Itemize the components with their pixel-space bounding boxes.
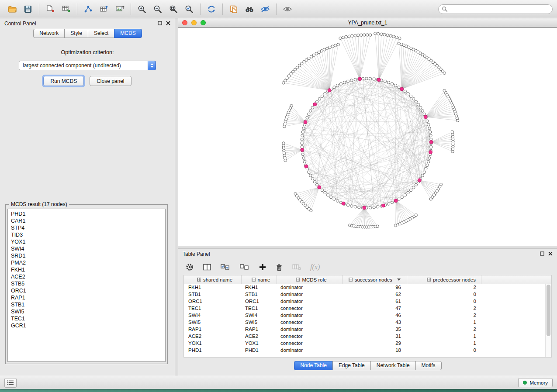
zoom-fit-button[interactable] — [166, 3, 181, 16]
leaf-node[interactable] — [308, 57, 310, 59]
network-canvas[interactable] — [178, 28, 557, 246]
ring-node[interactable] — [309, 174, 312, 177]
mcds-result-item[interactable]: ACE2 — [8, 273, 165, 280]
dominator-node[interactable] — [328, 89, 331, 92]
import-table-disabled-button[interactable] — [292, 261, 301, 273]
table-row[interactable]: RAP1RAP1dominator352 — [184, 326, 546, 333]
ring-node[interactable] — [373, 206, 375, 209]
criterion-dropdown[interactable]: largest connected component (undirected) — [19, 61, 156, 70]
ring-node[interactable] — [409, 95, 412, 97]
leaf-node[interactable] — [398, 42, 400, 45]
close-window-icon[interactable] — [182, 20, 187, 25]
ring-node[interactable] — [336, 199, 339, 202]
ring-node[interactable] — [311, 177, 314, 180]
sort-chevron-icon[interactable] — [397, 279, 401, 281]
network-titlebar[interactable]: YPA_prune.txt_1 — [178, 18, 557, 28]
zoom-out-button[interactable] — [150, 3, 166, 16]
function-builder-button[interactable]: f(x) — [310, 261, 320, 273]
ring-node[interactable] — [308, 171, 310, 173]
ring-node[interactable] — [417, 103, 420, 106]
leaf-node[interactable] — [315, 52, 318, 55]
ring-node[interactable] — [398, 86, 400, 89]
ring-node[interactable] — [354, 206, 356, 208]
leaf-node[interactable] — [380, 33, 383, 35]
mcds-result-item[interactable]: FKH1 — [8, 266, 165, 273]
table-row[interactable]: ACE2ACE2connector311 — [184, 333, 546, 340]
leaf-node[interactable] — [377, 32, 380, 35]
export-network-button[interactable] — [80, 3, 96, 16]
ring-node[interactable] — [407, 92, 409, 95]
close-panel-button[interactable]: Close panel — [90, 76, 131, 86]
mcds-result-item[interactable]: SWI5 — [8, 308, 165, 315]
ring-node[interactable] — [301, 134, 304, 137]
table-row[interactable]: STB1STB1dominator620 — [184, 291, 546, 298]
leaf-node[interactable] — [323, 48, 325, 51]
ring-node[interactable] — [329, 196, 332, 198]
dominator-node[interactable] — [301, 148, 304, 151]
leaf-node[interactable] — [354, 34, 356, 37]
open-file-button[interactable] — [4, 3, 20, 16]
tab-network[interactable]: Network — [33, 29, 65, 38]
leaf-node[interactable] — [386, 34, 389, 36]
dominator-node[interactable] — [363, 206, 366, 210]
tab-network-table[interactable]: Network Table — [370, 361, 416, 370]
mcds-result-item[interactable]: PHD1 — [8, 210, 165, 217]
ring-node[interactable] — [404, 194, 406, 196]
ring-node[interactable] — [391, 83, 393, 85]
leaf-node[interactable] — [312, 54, 315, 56]
ring-node[interactable] — [369, 77, 371, 80]
table-row[interactable]: TEC1TEC1connector472 — [184, 305, 546, 312]
column-header-mcds-role[interactable]: MCDS role — [277, 275, 343, 284]
ring-node[interactable] — [354, 78, 356, 81]
leaf-node[interactable] — [392, 35, 395, 38]
dominator-node[interactable] — [313, 103, 317, 106]
dominator-node[interactable] — [304, 165, 308, 168]
ring-node[interactable] — [339, 83, 342, 85]
mcds-result-item[interactable]: SWI4 — [8, 245, 165, 252]
mcds-result-item[interactable]: ORC1 — [8, 287, 165, 294]
ring-node[interactable] — [333, 86, 336, 89]
birds-eye-view-button[interactable] — [242, 3, 257, 16]
ring-node[interactable] — [361, 77, 364, 80]
leaf-node[interactable] — [383, 33, 386, 36]
leaf-node[interactable] — [339, 37, 342, 39]
ring-node[interactable] — [350, 205, 353, 207]
mcds-result-list[interactable]: PHD1CAR1STP4TID3YOX1SWI4SRD1PMA2FKH1ACE2… — [7, 209, 166, 362]
delete-column-button[interactable] — [275, 261, 283, 273]
ring-node[interactable] — [311, 106, 314, 109]
ring-node[interactable] — [346, 204, 349, 206]
leaf-node[interactable] — [331, 45, 334, 48]
ring-node[interactable] — [358, 206, 360, 209]
network-snapshot-button[interactable] — [226, 3, 242, 16]
ring-node[interactable] — [301, 145, 303, 148]
table-row[interactable]: SWI5SWI5connector431 — [184, 319, 546, 326]
ring-node[interactable] — [425, 167, 427, 170]
ring-node[interactable] — [303, 160, 306, 163]
leaf-node[interactable] — [389, 34, 392, 37]
select-all-button[interactable] — [220, 261, 231, 273]
dominator-node[interactable] — [377, 78, 381, 82]
ring-node[interactable] — [427, 160, 430, 163]
ring-node[interactable] — [315, 100, 318, 103]
table-row[interactable]: YOX1YOX1connector291 — [184, 340, 546, 347]
ring-node[interactable] — [430, 145, 432, 148]
ring-node[interactable] — [301, 142, 303, 144]
unselect-all-button[interactable] — [239, 261, 250, 273]
table-settings-button[interactable] — [185, 261, 194, 273]
tab-mcds[interactable]: MCDS — [114, 29, 142, 38]
memory-button[interactable]: Memory — [518, 378, 553, 387]
column-header-predecessor-nodes[interactable]: predecessor nodes — [407, 275, 481, 284]
scrollbar-thumb[interactable] — [547, 285, 550, 336]
ring-node[interactable] — [428, 157, 431, 159]
ring-node[interactable] — [421, 110, 424, 112]
tab-node-table[interactable]: Node Table — [294, 361, 333, 370]
dominator-node[interactable] — [342, 202, 345, 205]
column-header-shared-name[interactable]: shared name — [184, 275, 242, 284]
ring-node[interactable] — [313, 180, 316, 183]
mcds-result-item[interactable]: STB1 — [8, 301, 165, 308]
ring-node[interactable] — [376, 206, 379, 208]
ring-node[interactable] — [394, 84, 397, 87]
leaf-node[interactable] — [283, 125, 286, 128]
ring-node[interactable] — [401, 196, 403, 198]
column-header-successor-nodes[interactable]: successor nodes — [343, 275, 407, 284]
